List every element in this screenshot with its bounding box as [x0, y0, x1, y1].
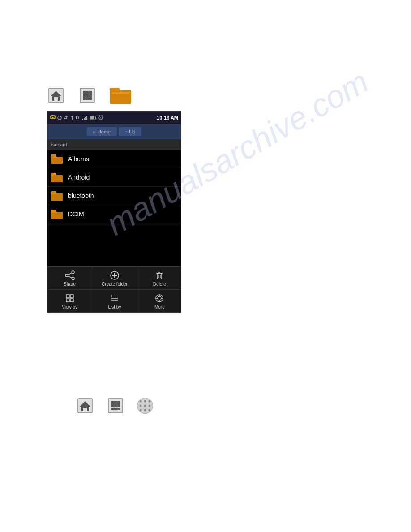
- create-folder-button[interactable]: Create folder: [92, 267, 137, 289]
- view-by-icon: [65, 293, 75, 303]
- svg-line-35: [101, 118, 102, 118]
- svg-rect-53: [66, 299, 69, 302]
- svg-point-39: [65, 274, 68, 277]
- bottom-home-icon[interactable]: [76, 397, 94, 415]
- svg-rect-9: [89, 94, 92, 97]
- view-by-label: View by: [62, 305, 77, 309]
- share-label: Share: [64, 282, 76, 287]
- more-icon: [154, 293, 164, 303]
- folder-icon-albums: [51, 154, 63, 163]
- svg-rect-46: [157, 273, 162, 279]
- svg-point-81: [144, 405, 146, 407]
- svg-rect-12: [89, 97, 92, 100]
- svg-rect-11: [86, 97, 89, 100]
- volume-icon: [75, 115, 81, 120]
- delete-button[interactable]: Delete: [137, 267, 181, 289]
- home-nav-icon[interactable]: [47, 86, 65, 104]
- svg-rect-2: [54, 97, 58, 101]
- svg-rect-27: [84, 118, 85, 120]
- bottom-navigation: [76, 397, 153, 415]
- view-by-button[interactable]: View by: [47, 290, 92, 312]
- svg-point-23: [64, 118, 66, 119]
- svg-rect-70: [117, 401, 120, 404]
- current-path: /sdcard: [51, 142, 67, 147]
- folder-icon-dcim: [51, 210, 63, 219]
- sync-icon: [57, 115, 62, 120]
- grid-nav-icon[interactable]: [78, 86, 96, 104]
- phone-screen: 10:16 AM ⌂ Home ↑ Up /sdcard Albums Andr…: [47, 111, 181, 313]
- file-name-dcim: DCIM: [68, 210, 84, 218]
- svg-rect-72: [114, 404, 117, 407]
- svg-line-41: [68, 273, 72, 275]
- svg-rect-71: [111, 404, 114, 407]
- file-name-android: Android: [68, 174, 90, 181]
- file-item-bluetooth[interactable]: bluetooth: [47, 187, 181, 205]
- bottom-grid-icon[interactable]: [107, 397, 124, 415]
- svg-point-77: [140, 400, 142, 403]
- svg-point-83: [140, 409, 142, 412]
- svg-rect-66: [83, 408, 87, 411]
- svg-rect-73: [117, 404, 120, 407]
- svg-line-36: [99, 115, 100, 116]
- svg-line-37: [102, 115, 103, 116]
- signal-icon: [82, 115, 88, 120]
- file-item-android[interactable]: Android: [47, 168, 181, 187]
- svg-rect-54: [70, 299, 73, 302]
- svg-rect-17: [51, 116, 55, 119]
- svg-rect-68: [111, 401, 114, 404]
- status-time: 10:16 AM: [157, 115, 178, 120]
- svg-rect-7: [83, 94, 86, 97]
- file-name-albums: Albums: [68, 155, 89, 163]
- up-button[interactable]: ↑ Up: [119, 127, 141, 136]
- usb-icon: [64, 115, 69, 120]
- list-by-button[interactable]: List by: [92, 290, 137, 312]
- home-button[interactable]: ⌂ Home: [87, 127, 117, 136]
- svg-rect-75: [114, 408, 117, 410]
- svg-line-42: [68, 276, 72, 278]
- svg-rect-69: [114, 401, 117, 404]
- svg-point-80: [140, 405, 142, 407]
- speaker-icon[interactable]: [137, 398, 153, 414]
- notification-icon: [50, 115, 56, 120]
- delete-icon: [154, 270, 164, 280]
- share-button[interactable]: Share: [47, 267, 92, 289]
- home-btn-label: Home: [98, 129, 111, 134]
- list-by-label: List by: [108, 305, 121, 309]
- path-bar: /sdcard: [47, 139, 181, 150]
- usb2-icon: [70, 115, 74, 120]
- status-bar: 10:16 AM: [47, 112, 181, 124]
- svg-rect-32: [90, 116, 94, 119]
- folder-icon-bluetooth: [51, 191, 63, 200]
- svg-rect-4: [83, 91, 86, 94]
- svg-point-85: [149, 409, 151, 412]
- up-btn-label: Up: [129, 129, 135, 134]
- file-name-bluetooth: bluetooth: [68, 192, 94, 199]
- home-btn-icon: ⌂: [93, 129, 96, 134]
- svg-rect-31: [95, 117, 96, 119]
- more-button[interactable]: More: [137, 290, 181, 312]
- svg-rect-51: [66, 295, 69, 298]
- share-icon: [65, 270, 75, 280]
- svg-point-79: [149, 400, 151, 403]
- svg-rect-10: [83, 97, 86, 100]
- file-item-dcim[interactable]: DCIM: [47, 205, 181, 223]
- toolbar: Share Create folder Delete: [47, 266, 181, 312]
- folder-icon-android: [51, 173, 63, 182]
- battery-icon: [90, 115, 97, 120]
- svg-rect-29: [86, 116, 87, 120]
- list-by-icon: [110, 293, 120, 303]
- folder-nav-icon[interactable]: [110, 86, 132, 105]
- more-label: More: [154, 305, 165, 309]
- delete-label: Delete: [153, 282, 166, 287]
- svg-point-84: [144, 409, 146, 412]
- file-item-albums[interactable]: Albums: [47, 150, 181, 168]
- svg-point-59: [158, 296, 161, 300]
- toolbar-row-2: View by List by: [47, 289, 181, 312]
- alarm-icon: [98, 115, 103, 120]
- file-list: Albums Android bluetooth DCIM: [47, 150, 181, 254]
- create-folder-label: Create folder: [102, 282, 128, 287]
- svg-rect-24: [66, 118, 67, 119]
- svg-rect-8: [86, 94, 89, 97]
- svg-rect-74: [111, 408, 114, 410]
- nav-bar: ⌂ Home ↑ Up: [47, 124, 181, 139]
